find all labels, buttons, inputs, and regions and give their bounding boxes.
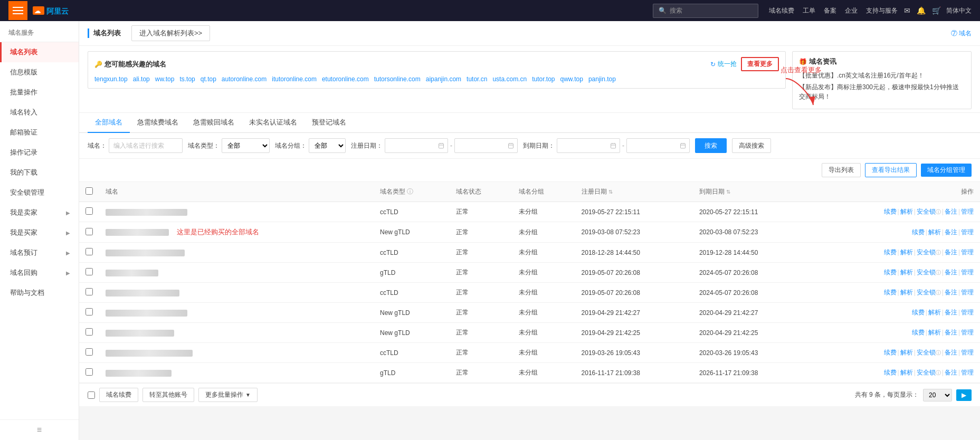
domain-search-input[interactable] — [109, 138, 183, 153]
reg-date-end-input[interactable] — [454, 138, 518, 153]
domain-tag-0[interactable]: tengxun.top — [94, 75, 128, 83]
domain-group-manage-button[interactable]: 域名分组管理 — [921, 164, 972, 177]
domain-group-select[interactable]: 全部 未分组 — [309, 138, 346, 153]
op-manage[interactable]: 管理 — [961, 289, 974, 296]
language-selector[interactable]: 简体中文 — [946, 6, 972, 15]
op-dns[interactable]: 解析 — [900, 248, 913, 256]
domain-tag-4[interactable]: qt.top — [201, 75, 216, 83]
domain-type-select[interactable]: 全部 gTLD ccTLD New gTLD — [222, 138, 270, 153]
op-renew[interactable]: 续费 — [884, 289, 897, 296]
global-search-box[interactable]: 🔍 搜索 — [653, 4, 758, 18]
op-manage[interactable]: 管理 — [961, 228, 974, 236]
domain-tag-9[interactable]: aipanjin.com — [426, 75, 461, 83]
sidebar-item-downloads[interactable]: 我的下载 — [0, 162, 79, 183]
op-manage[interactable]: 管理 — [961, 269, 974, 276]
op-note[interactable]: 备注 — [945, 329, 957, 336]
reg-sort-icon[interactable]: ⇅ — [608, 189, 613, 195]
op-lock[interactable]: 安全锁ⓘ — [917, 289, 941, 296]
op-dns[interactable]: 解析 — [900, 208, 913, 215]
select-all-checkbox[interactable] — [85, 187, 93, 195]
domain-tag-8[interactable]: tutorsonline.com — [374, 75, 421, 83]
op-note[interactable]: 备注 — [945, 269, 957, 276]
type-help-icon[interactable]: ⓘ — [407, 188, 413, 195]
domain-tag-3[interactable]: ts.top — [179, 75, 195, 83]
message-icon[interactable]: ✉ — [904, 6, 910, 15]
op-manage[interactable]: 管理 — [961, 349, 974, 356]
op-note[interactable]: 备注 — [945, 208, 957, 215]
domain-tag-7[interactable]: etutoronline.com — [322, 75, 369, 83]
filter-tab-unverified[interactable]: 未实名认证域名 — [242, 113, 305, 133]
export-result-button[interactable]: 查看导出结果 — [865, 163, 917, 177]
sidebar-item-seller[interactable]: 我是卖家 ▶ — [0, 203, 79, 223]
row-checkbox[interactable] — [85, 308, 93, 315]
sidebar-item-domain-transfer[interactable]: 域名转入 — [0, 102, 79, 122]
op-renew[interactable]: 续费 — [884, 248, 897, 256]
op-note[interactable]: 备注 — [945, 289, 957, 296]
op-lock[interactable]: 安全锁ⓘ — [917, 208, 941, 215]
op-manage[interactable]: 管理 — [961, 329, 974, 336]
op-renew[interactable]: 续费 — [884, 349, 897, 356]
op-dns[interactable]: 解析 — [900, 269, 913, 276]
op-manage[interactable]: 管理 — [961, 248, 974, 256]
hamburger-menu-button[interactable] — [8, 1, 27, 20]
sidebar-item-help[interactable]: 帮助与文档 — [0, 283, 79, 303]
domain-tag-14[interactable]: panjin.top — [588, 75, 616, 83]
domain-tag-11[interactable]: usta.com.cn — [492, 75, 527, 83]
op-lock[interactable]: 安全锁ⓘ — [917, 369, 941, 376]
filter-tab-prereg[interactable]: 预登记域名 — [305, 113, 354, 133]
view-more-button[interactable]: 查看更多 — [741, 57, 779, 71]
op-lock[interactable]: 安全锁ⓘ — [917, 269, 941, 276]
op-manage[interactable]: 管理 — [961, 369, 974, 376]
sidebar-item-security-lock[interactable]: 安全锁管理 — [0, 183, 79, 203]
nav-link-workorder[interactable]: 工单 — [803, 6, 815, 15]
op-renew[interactable]: 续费 — [912, 228, 925, 236]
op-dns[interactable]: 解析 — [900, 289, 913, 296]
op-renew[interactable]: 续费 — [912, 329, 925, 336]
nav-link-beian[interactable]: 备案 — [824, 6, 836, 15]
export-list-button[interactable]: 导出列表 — [822, 163, 861, 177]
cart-icon[interactable]: 🛒 — [932, 6, 941, 15]
filter-tab-renew[interactable]: 急需续费域名 — [130, 113, 186, 133]
op-dns[interactable]: 解析 — [928, 329, 941, 336]
op-renew[interactable]: 续费 — [884, 208, 897, 215]
row-checkbox[interactable] — [85, 328, 93, 336]
filter-tab-all[interactable]: 全部域名 — [88, 113, 130, 133]
op-lock[interactable]: 安全锁ⓘ — [917, 349, 941, 356]
sidebar-item-buyer[interactable]: 我是买家 ▶ — [0, 223, 79, 243]
domain-tag-12[interactable]: tutor.top — [532, 75, 555, 83]
nav-link-support[interactable]: 支持与服务 — [866, 6, 898, 15]
nav-link-fees[interactable]: 域名续费 — [769, 6, 794, 15]
sidebar-item-domain-preorder[interactable]: 域名预订 ▶ — [0, 243, 79, 263]
op-note[interactable]: 备注 — [945, 369, 957, 376]
op-renew[interactable]: 续费 — [884, 369, 897, 376]
op-renew[interactable]: 续费 — [884, 269, 897, 276]
op-lock[interactable]: 安全锁ⓘ — [917, 248, 941, 256]
op-note[interactable]: 备注 — [945, 349, 957, 356]
op-manage[interactable]: 管理 — [961, 208, 974, 215]
batch-more-button[interactable]: 更多批量操作 ▼ — [198, 388, 258, 402]
op-manage[interactable]: 管理 — [961, 309, 974, 316]
row-checkbox[interactable] — [85, 228, 93, 235]
op-dns[interactable]: 解析 — [928, 228, 941, 236]
sidebar-collapse-button[interactable]: ≡ — [0, 419, 79, 440]
row-checkbox[interactable] — [85, 207, 93, 215]
domain-tag-2[interactable]: ww.top — [155, 75, 175, 83]
sidebar-item-batch-ops[interactable]: 批量操作 — [0, 82, 79, 102]
row-checkbox[interactable] — [85, 248, 93, 255]
sidebar-item-info-template[interactable]: 信息模版 — [0, 62, 79, 82]
row-checkbox[interactable] — [85, 268, 93, 275]
refresh-button[interactable]: ↻ 统一抢 — [710, 60, 737, 69]
op-dns[interactable]: 解析 — [900, 369, 913, 376]
per-page-select[interactable]: 20 50 100 — [923, 389, 952, 401]
nav-link-enterprise[interactable]: 企业 — [845, 6, 858, 15]
domain-tag-10[interactable]: tutor.cn — [467, 75, 487, 83]
domain-tag-6[interactable]: itutoronline.com — [272, 75, 317, 83]
row-checkbox[interactable] — [85, 368, 93, 376]
domain-tag-1[interactable]: ali.top — [133, 75, 150, 83]
advanced-search-button[interactable]: 高级搜索 — [732, 138, 771, 153]
expire-date-end-input[interactable] — [626, 138, 690, 153]
op-note[interactable]: 备注 — [945, 309, 957, 316]
domain-tag-13[interactable]: qww.top — [560, 75, 583, 83]
sidebar-item-domain-buyback[interactable]: 域名回购 ▶ — [0, 263, 79, 283]
bottom-select-all-checkbox[interactable] — [88, 391, 95, 399]
